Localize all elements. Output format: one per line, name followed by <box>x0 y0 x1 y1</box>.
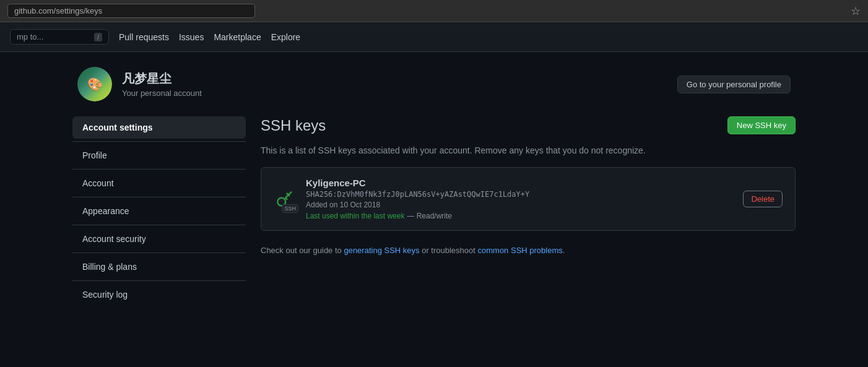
key-read-write: — Read/write <box>407 212 452 220</box>
search-placeholder: mp to... <box>17 32 43 41</box>
avatar: 🎨 <box>77 67 112 101</box>
new-ssh-key-button[interactable]: New SSH key <box>727 116 796 134</box>
sidebar-item-account-security[interactable]: Account security <box>72 228 246 250</box>
nav-marketplace[interactable]: Marketplace <box>214 32 261 42</box>
delete-key-button[interactable]: Delete <box>743 191 783 207</box>
bookmark-icon[interactable]: ☆ <box>851 4 861 18</box>
ssh-type-badge: SSH <box>282 204 298 213</box>
nav-explore[interactable]: Explore <box>271 32 300 42</box>
search-slash-icon: / <box>94 33 102 41</box>
sidebar-divider-2 <box>72 169 246 170</box>
section-header: SSH keys New SSH key <box>261 116 796 134</box>
sidebar-divider-3 <box>72 197 246 197</box>
avatar-image: 🎨 <box>77 67 112 101</box>
nav-issues[interactable]: Issues <box>179 32 204 42</box>
sidebar-item-account-settings[interactable]: Account settings <box>72 116 246 139</box>
key-usage-line: Last used within the last week — Read/wr… <box>306 210 733 220</box>
key-name: Kyligence-PC <box>306 178 733 188</box>
key-last-used: Last used within the last week <box>306 212 404 220</box>
sidebar-item-account[interactable]: Account <box>72 172 246 194</box>
sidebar-item-billing[interactable]: Billing & plans <box>72 256 246 278</box>
sidebar-divider-4 <box>72 225 246 225</box>
user-name: 凡梦星尘 <box>122 71 202 87</box>
sidebar-item-profile[interactable]: Profile <box>72 144 246 166</box>
browser-url-bar[interactable]: github.com/settings/keys <box>7 4 255 18</box>
footer-before: Check out our guide to <box>261 246 344 255</box>
sidebar-divider <box>72 141 246 142</box>
sidebar: Account settings Profile Account Appeara… <box>72 116 246 306</box>
common-ssh-problems-link[interactable]: common SSH problems <box>478 246 563 255</box>
user-text: 凡梦星尘 Your personal account <box>122 71 202 98</box>
description-text: This is a list of SSH keys associated wi… <box>261 144 796 157</box>
key-details: Kyligence-PC SHA256:DzVhM0fNk3fzJ0pLAN56… <box>306 178 733 220</box>
go-to-profile-button[interactable]: Go to your personal profile <box>677 76 791 93</box>
browser-bar: github.com/settings/keys ☆ <box>0 0 868 22</box>
key-icon-wrapper: SSH <box>274 188 296 210</box>
generating-ssh-keys-link[interactable]: generating SSH keys <box>344 246 419 255</box>
footer-after: . <box>563 246 565 255</box>
page-title: SSH keys <box>261 117 326 134</box>
user-header: 🎨 凡梦星尘 Your personal account Go to your … <box>72 67 796 101</box>
key-hash: SHA256:DzVhM0fNk3fzJ0pLAN56sV+yAZAstQQwI… <box>306 190 733 199</box>
footer-middle: or troubleshoot <box>420 246 478 255</box>
sidebar-item-appearance[interactable]: Appearance <box>72 200 246 222</box>
settings-layout: Account settings Profile Account Appeara… <box>72 116 796 306</box>
user-info: 🎨 凡梦星尘 Your personal account <box>77 67 202 101</box>
user-subtitle: Your personal account <box>122 89 202 98</box>
nav-pull-requests[interactable]: Pull requests <box>119 32 169 42</box>
sidebar-item-security-log[interactable]: Security log <box>72 283 246 306</box>
top-nav: mp to... / Pull requests Issues Marketpl… <box>0 22 868 52</box>
nav-links: Pull requests Issues Marketplace Explore <box>119 32 300 42</box>
ssh-key-card: SSH Kyligence-PC SHA256:DzVhM0fNk3fzJ0pL… <box>261 167 796 231</box>
search-box[interactable]: mp to... / <box>10 29 109 45</box>
sidebar-divider-6 <box>72 280 246 281</box>
sidebar-divider-5 <box>72 253 246 253</box>
page-content: 🎨 凡梦星尘 Your personal account Go to your … <box>63 52 805 321</box>
main-content: SSH keys New SSH key This is a list of S… <box>261 116 796 306</box>
key-added-date: Added on 10 Oct 2018 <box>306 201 733 209</box>
footer-note: Check out our guide to generating SSH ke… <box>261 246 796 255</box>
